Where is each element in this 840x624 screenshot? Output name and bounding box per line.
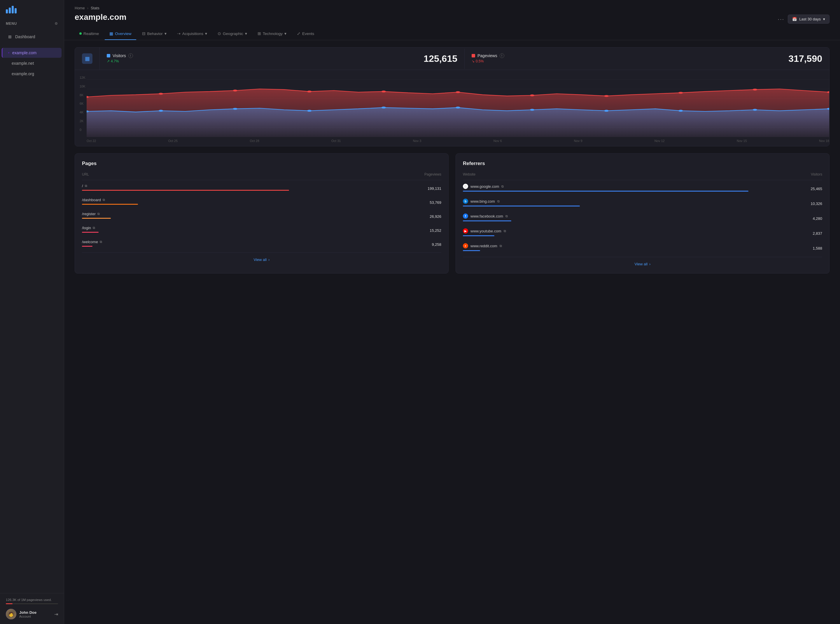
sidebar-item-label: Dashboard (15, 34, 35, 39)
tab-events-label: Events (302, 31, 314, 36)
pages-cell-url: /welcome ⧉ (82, 236, 289, 250)
tab-overview[interactable]: ▦ Overview (105, 28, 136, 40)
referrers-cell-value: 2,837 (749, 225, 822, 240)
gear-icon[interactable]: ⚙ (54, 22, 58, 26)
site-label-example-net: example.net (12, 61, 34, 66)
x-label-oct25: Oct 25 (168, 139, 178, 142)
visitors-dot-9 (753, 109, 757, 111)
date-range-button[interactable]: 📅 Last 30 days ▾ (788, 15, 829, 24)
visitors-info: Visitors i ↗ 4.7% (107, 53, 133, 63)
tab-events[interactable]: ⤢ Events (292, 28, 319, 40)
avatar: 🧑 (6, 609, 16, 619)
tab-acquisitions[interactable]: ⇢ Acquisitions ▾ (172, 28, 212, 40)
tab-behavior[interactable]: ⊟ Behavior ▾ (138, 28, 171, 40)
site-label-example-org: example.org (12, 71, 34, 76)
calendar-icon: 📅 (792, 17, 797, 21)
external-link-icon[interactable]: ⧉ (85, 184, 87, 188)
pageviews-dot-2 (233, 90, 237, 91)
pages-title: Pages (82, 161, 441, 167)
y-label-12k: 12K (80, 76, 85, 79)
pages-view-all-arrow: › (268, 258, 269, 262)
tab-technology[interactable]: ⊞ Technology ▾ (253, 28, 291, 40)
pageviews-info: Pageviews i ↘ 0.5% (472, 53, 504, 63)
referrer-site-name: www.facebook.com (470, 214, 503, 218)
logo-bar-1 (6, 9, 8, 14)
y-label-4k: 4K (80, 111, 85, 114)
chart-bar-icon: ▦ (109, 31, 113, 36)
breadcrumb-home[interactable]: Home (75, 6, 85, 10)
pages-url-cell: / ⧉ (82, 184, 289, 188)
referrer-bar (463, 250, 480, 251)
external-link-icon[interactable]: ⧉ (506, 214, 508, 218)
sidebar-item-example-com[interactable]: example.com (2, 48, 62, 58)
chart-type-icon: ▦ (82, 53, 93, 64)
referrers-table-row: f www.facebook.com ⧉ 4,280 (463, 210, 822, 225)
referrers-cell-site: ▶ www.youtube.com ⧉ (463, 225, 749, 240)
visitors-metric-row: Visitors i ↗ 4.7% 125,615 (107, 53, 457, 64)
visitors-info-icon[interactable]: i (128, 53, 133, 58)
pageviews-info-icon[interactable]: i (500, 53, 504, 58)
pages-url-cell: /login ⧉ (82, 226, 289, 230)
page-url-text: /welcome (82, 240, 98, 244)
tab-acquisitions-label: Acquisitions (182, 31, 203, 36)
header-actions: ··· 📅 Last 30 days ▾ (778, 6, 829, 24)
page-url-text: /dashboard (82, 198, 101, 202)
more-button[interactable]: ··· (778, 16, 784, 22)
header-left: Home › Stats example.com (75, 6, 126, 28)
visitors-metric: Visitors i ↗ 4.7% 125,615 (100, 49, 465, 69)
external-link-icon[interactable]: ⧉ (501, 185, 504, 188)
referrer-site-name: www.bing.com (470, 199, 495, 204)
external-link-icon[interactable]: ⧉ (504, 229, 506, 233)
referrers-table: Website Visitors G www.google.com ⧉ 25,4… (463, 172, 822, 255)
referrers-cell-site: b www.bing.com ⧉ (463, 195, 749, 210)
page-url-text: /login (82, 226, 91, 230)
referrers-table-row: ▶ www.youtube.com ⧉ 2,837 (463, 225, 822, 240)
tab-realtime[interactable]: Realtime (75, 28, 104, 40)
page-url-text: /register (82, 212, 96, 216)
referrers-cell-site: G www.google.com ⧉ (463, 180, 749, 195)
referrer-site-name: www.google.com (470, 184, 499, 188)
referrer-site-name: www.youtube.com (470, 229, 501, 233)
tab-geographic[interactable]: ⊙ Geographic ▾ (213, 28, 252, 40)
visitors-area (87, 108, 829, 137)
referrers-cell-value: 1,588 (749, 240, 822, 255)
referrers-cell-site: f www.facebook.com ⧉ (463, 210, 749, 225)
events-icon: ⤢ (297, 31, 300, 36)
sidebar-item-example-org[interactable]: example.org (2, 69, 62, 79)
sidebar-item-dashboard[interactable]: ⊞ Dashboard (2, 31, 62, 42)
pages-bar (82, 204, 138, 205)
chart-header: ▦ Visitors i ↗ 4.7% (75, 48, 829, 70)
y-label-0: 0 (80, 128, 85, 131)
x-label-oct28: Oct 28 (250, 139, 259, 142)
main-content: Home › Stats example.com ··· 📅 Last 30 d… (64, 0, 840, 624)
pages-url-cell: /welcome ⧉ (82, 240, 289, 244)
external-link-icon[interactable]: ⧉ (97, 212, 100, 216)
referrer-bar (463, 221, 511, 221)
visitors-dot-4 (382, 107, 386, 109)
user-info: John Doe Account (19, 610, 51, 618)
external-link-icon[interactable]: ⧉ (500, 244, 502, 248)
pages-bar (82, 232, 99, 233)
external-link-icon[interactable]: ⧉ (103, 198, 105, 202)
external-link-icon[interactable]: ⧉ (93, 226, 95, 230)
y-label-10k: 10K (80, 85, 85, 88)
breadcrumb-separator: › (87, 6, 88, 10)
external-link-icon[interactable]: ⧉ (100, 240, 102, 244)
pages-cell-value: 26,926 (289, 208, 441, 222)
logout-icon[interactable]: ⇥ (54, 612, 58, 617)
referrers-col-visitors: Visitors (749, 172, 822, 180)
x-label-nov15: Nov 15 (737, 139, 747, 142)
external-link-icon[interactable]: ⧉ (497, 199, 500, 203)
x-label-oct31: Oct 31 (331, 139, 341, 142)
sidebar-item-example-net[interactable]: example.net (2, 58, 62, 68)
pages-view-all-button[interactable]: View all › (254, 258, 270, 262)
date-range-label: Last 30 days (799, 17, 821, 21)
referrers-view-all-button[interactable]: View all › (635, 262, 651, 266)
pageviews-metric: Pageviews i ↘ 0.5% 317,590 (465, 49, 829, 69)
y-label-2k: 2K (80, 119, 85, 123)
visitors-label-row: Visitors i (107, 53, 133, 58)
pageviews-dot-5 (456, 91, 460, 93)
pages-view-all-row: View all › (82, 253, 441, 262)
logo (0, 0, 64, 19)
tabs: Realtime ▦ Overview ⊟ Behavior ▾ ⇢ Acqui… (64, 28, 840, 40)
